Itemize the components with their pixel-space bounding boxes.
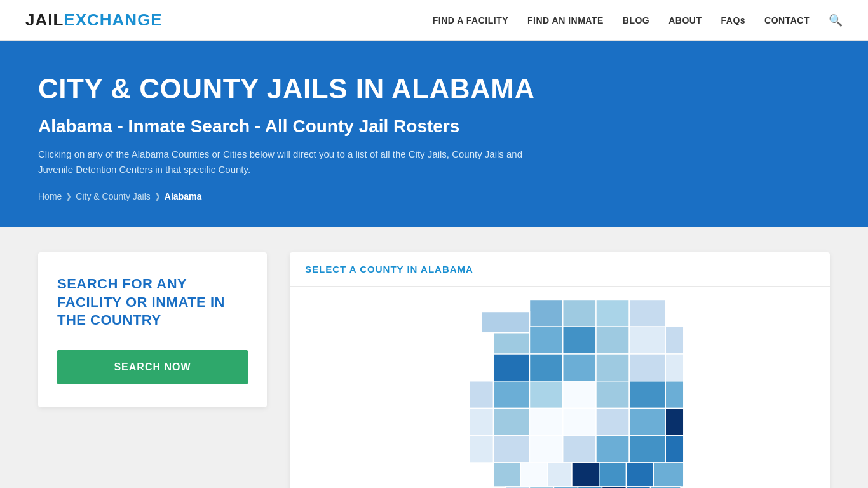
county-cell[interactable] — [665, 354, 684, 381]
county-cell[interactable] — [572, 463, 599, 487]
search-icon[interactable]: 🔍 — [829, 13, 843, 27]
page-title: CITY & COUNTY JAILS IN ALABAMA — [38, 73, 830, 105]
map-body — [290, 287, 830, 488]
county-cell[interactable] — [482, 312, 530, 333]
breadcrumb-current: Alabama — [165, 191, 201, 201]
breadcrumb: Home ❱ City & County Jails ❱ Alabama — [38, 191, 830, 201]
navbar: JAILEXCHANGE FIND A FACILITY FIND AN INM… — [0, 0, 868, 41]
search-box: SEARCH FOR ANY FACILITY OR INMATE IN THE… — [38, 252, 267, 407]
county-cell[interactable] — [629, 409, 665, 436]
county-cell[interactable] — [629, 354, 665, 381]
county-cell[interactable] — [596, 381, 629, 409]
breadcrumb-city-county[interactable]: City & County Jails — [76, 191, 150, 201]
county-cell[interactable] — [563, 354, 596, 381]
county-cell[interactable] — [530, 327, 563, 354]
nav-faqs[interactable]: FAQs — [721, 15, 746, 25]
county-cell[interactable] — [563, 300, 596, 327]
county-cell[interactable] — [596, 354, 629, 381]
hero-section: CITY & COUNTY JAILS IN ALABAMA Alabama -… — [0, 41, 868, 227]
map-title: SELECT A COUNTY IN ALABAMA — [305, 264, 815, 274]
county-cell[interactable] — [629, 435, 665, 463]
county-cell[interactable] — [530, 300, 563, 327]
county-cell[interactable] — [494, 381, 530, 409]
county-cell[interactable] — [596, 435, 629, 463]
county-cell[interactable] — [653, 463, 684, 487]
county-cell[interactable] — [494, 435, 530, 463]
county-cell[interactable] — [563, 381, 596, 409]
nav-links: FIND A FACILITY FIND AN INMATE BLOG ABOU… — [433, 13, 843, 27]
nav-contact[interactable]: CONTACT — [764, 15, 810, 25]
search-now-button[interactable]: SEARCH NOW — [57, 350, 248, 384]
county-cell[interactable] — [530, 354, 563, 381]
nav-about[interactable]: ABOUT — [668, 15, 702, 25]
county-cell[interactable] — [563, 409, 596, 436]
county-cell[interactable] — [596, 300, 629, 327]
county-cell[interactable] — [470, 435, 494, 463]
map-header: SELECT A COUNTY IN ALABAMA — [290, 252, 830, 287]
nav-find-inmate[interactable]: FIND AN INMATE — [527, 15, 604, 25]
map-section: SELECT A COUNTY IN ALABAMA — [290, 252, 830, 488]
county-cell[interactable] — [599, 463, 627, 487]
county-cell[interactable] — [530, 381, 563, 409]
breadcrumb-home[interactable]: Home — [38, 191, 62, 201]
county-cell[interactable] — [596, 409, 629, 436]
county-cell[interactable] — [627, 463, 654, 487]
county-cell[interactable] — [629, 381, 665, 409]
county-cell[interactable] — [629, 327, 665, 354]
hero-description: Clicking on any of the Alabama Counties … — [38, 147, 546, 177]
county-cell[interactable] — [520, 463, 548, 487]
breadcrumb-sep-2: ❱ — [154, 192, 161, 201]
main-content: SEARCH FOR ANY FACILITY OR INMATE IN THE… — [0, 227, 868, 488]
county-cell[interactable] — [596, 327, 629, 354]
alabama-map-svg[interactable] — [426, 294, 693, 488]
county-cell[interactable] — [470, 409, 494, 436]
county-cell[interactable] — [494, 463, 521, 487]
county-cell[interactable] — [548, 463, 572, 487]
logo-exchange: EXCHANGE — [64, 10, 162, 29]
county-cell[interactable] — [665, 381, 684, 409]
site-logo[interactable]: JAILEXCHANGE — [25, 10, 163, 30]
county-cell[interactable] — [563, 435, 596, 463]
search-box-heading: SEARCH FOR ANY FACILITY OR INMATE IN THE… — [57, 275, 248, 330]
county-cell[interactable] — [665, 327, 684, 354]
county-cell[interactable] — [563, 327, 596, 354]
county-cell[interactable] — [530, 435, 563, 463]
county-cell[interactable] — [470, 381, 494, 409]
county-cell[interactable] — [494, 354, 530, 381]
breadcrumb-sep-1: ❱ — [65, 192, 72, 201]
logo-jail: JAIL — [25, 10, 64, 29]
county-cell[interactable] — [494, 409, 530, 436]
county-cell[interactable] — [494, 333, 530, 357]
nav-find-facility[interactable]: FIND A FACILITY — [433, 15, 508, 25]
county-cell[interactable] — [530, 409, 563, 436]
county-cell[interactable] — [629, 300, 665, 327]
county-cell[interactable] — [665, 409, 684, 436]
nav-blog[interactable]: BLOG — [623, 15, 649, 25]
county-cell[interactable] — [665, 435, 684, 463]
page-subtitle: Alabama - Inmate Search - All County Jai… — [38, 116, 830, 137]
